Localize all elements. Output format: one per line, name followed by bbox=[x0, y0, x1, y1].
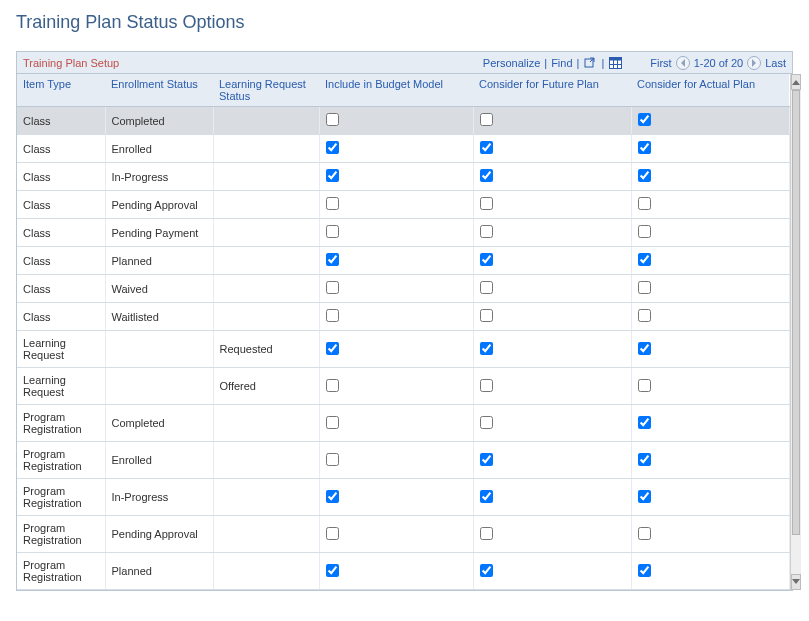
cell-enrollment-status: Waived bbox=[105, 275, 213, 303]
download-grid-icon[interactable] bbox=[608, 56, 622, 70]
checkbox-include-budget[interactable] bbox=[326, 490, 339, 503]
table-row[interactable]: ClassPending Payment bbox=[17, 219, 789, 247]
cell-item-type: Class bbox=[17, 107, 105, 135]
vertical-scrollbar[interactable] bbox=[790, 74, 801, 590]
checkbox-include-budget[interactable] bbox=[326, 379, 339, 392]
scroll-up-button[interactable] bbox=[791, 74, 801, 90]
checkbox-include-budget[interactable] bbox=[326, 113, 339, 126]
personalize-link[interactable]: Personalize bbox=[483, 57, 540, 69]
checkbox-consider-actual[interactable] bbox=[638, 453, 651, 466]
pager-last-label[interactable]: Last bbox=[765, 57, 786, 69]
checkbox-consider-actual[interactable] bbox=[638, 490, 651, 503]
checkbox-consider-future-cell bbox=[473, 275, 631, 303]
checkbox-consider-future[interactable] bbox=[480, 197, 493, 210]
cell-item-type: Class bbox=[17, 191, 105, 219]
col-header-item-type[interactable]: Item Type bbox=[17, 74, 105, 107]
cell-enrollment-status bbox=[105, 368, 213, 405]
col-header-include-budget[interactable]: Include in Budget Model bbox=[319, 74, 473, 107]
checkbox-include-budget[interactable] bbox=[326, 169, 339, 182]
checkbox-consider-actual[interactable] bbox=[638, 309, 651, 322]
scroll-down-button[interactable] bbox=[791, 574, 801, 590]
cell-item-type: Class bbox=[17, 163, 105, 191]
checkbox-consider-actual[interactable] bbox=[638, 141, 651, 154]
col-header-consider-actual[interactable]: Consider for Actual Plan bbox=[631, 74, 789, 107]
cell-item-type: Program Registration bbox=[17, 479, 105, 516]
checkbox-consider-future[interactable] bbox=[480, 281, 493, 294]
checkbox-consider-future[interactable] bbox=[480, 253, 493, 266]
checkbox-consider-actual[interactable] bbox=[638, 281, 651, 294]
checkbox-include-budget[interactable] bbox=[326, 197, 339, 210]
checkbox-include-budget-cell bbox=[319, 405, 473, 442]
col-header-consider-future[interactable]: Consider for Future Plan bbox=[473, 74, 631, 107]
cell-enrollment-status: Enrolled bbox=[105, 442, 213, 479]
checkbox-consider-actual[interactable] bbox=[638, 342, 651, 355]
checkbox-consider-future[interactable] bbox=[480, 490, 493, 503]
checkbox-consider-actual-cell bbox=[631, 442, 789, 479]
checkbox-consider-future[interactable] bbox=[480, 379, 493, 392]
checkbox-consider-future[interactable] bbox=[480, 527, 493, 540]
checkbox-consider-future[interactable] bbox=[480, 453, 493, 466]
table-row[interactable]: Program RegistrationEnrolled bbox=[17, 442, 789, 479]
checkbox-include-budget[interactable] bbox=[326, 527, 339, 540]
cell-item-type: Class bbox=[17, 247, 105, 275]
col-header-enrollment-status[interactable]: Enrollment Status bbox=[105, 74, 213, 107]
cell-item-type: Program Registration bbox=[17, 405, 105, 442]
table-row[interactable]: ClassCompleted bbox=[17, 107, 789, 135]
table-row[interactable]: ClassWaitlisted bbox=[17, 303, 789, 331]
scroll-track[interactable] bbox=[791, 90, 801, 574]
checkbox-include-budget[interactable] bbox=[326, 253, 339, 266]
checkbox-consider-actual[interactable] bbox=[638, 197, 651, 210]
pager-first-label[interactable]: First bbox=[650, 57, 671, 69]
checkbox-consider-actual[interactable] bbox=[638, 169, 651, 182]
checkbox-include-budget[interactable] bbox=[326, 416, 339, 429]
checkbox-include-budget[interactable] bbox=[326, 564, 339, 577]
table-row[interactable]: Learning RequestRequested bbox=[17, 331, 789, 368]
checkbox-consider-actual-cell bbox=[631, 219, 789, 247]
checkbox-consider-future[interactable] bbox=[480, 342, 493, 355]
separator: | bbox=[601, 57, 604, 69]
scroll-thumb[interactable] bbox=[792, 90, 800, 535]
table-row[interactable]: ClassIn-Progress bbox=[17, 163, 789, 191]
table-row[interactable]: Program RegistrationPending Approval bbox=[17, 516, 789, 553]
checkbox-consider-future[interactable] bbox=[480, 141, 493, 154]
pager-next-button[interactable] bbox=[747, 56, 761, 70]
table-row[interactable]: Program RegistrationCompleted bbox=[17, 405, 789, 442]
checkbox-consider-future[interactable] bbox=[480, 416, 493, 429]
checkbox-consider-actual-cell bbox=[631, 247, 789, 275]
table-row[interactable]: Learning RequestOffered bbox=[17, 368, 789, 405]
table-row[interactable]: ClassPlanned bbox=[17, 247, 789, 275]
pager-prev-button[interactable] bbox=[676, 56, 690, 70]
checkbox-consider-future[interactable] bbox=[480, 169, 493, 182]
checkbox-include-budget[interactable] bbox=[326, 141, 339, 154]
checkbox-consider-actual[interactable] bbox=[638, 527, 651, 540]
checkbox-consider-future[interactable] bbox=[480, 309, 493, 322]
checkbox-consider-future[interactable] bbox=[480, 225, 493, 238]
checkbox-consider-actual[interactable] bbox=[638, 564, 651, 577]
table-row[interactable]: Program RegistrationPlanned bbox=[17, 553, 789, 590]
checkbox-include-budget[interactable] bbox=[326, 309, 339, 322]
table-row[interactable]: ClassEnrolled bbox=[17, 135, 789, 163]
find-link[interactable]: Find bbox=[551, 57, 572, 69]
checkbox-consider-future[interactable] bbox=[480, 564, 493, 577]
checkbox-include-budget-cell bbox=[319, 303, 473, 331]
checkbox-include-budget[interactable] bbox=[326, 281, 339, 294]
cell-enrollment-status: Pending Approval bbox=[105, 516, 213, 553]
cell-item-type: Program Registration bbox=[17, 553, 105, 590]
table-row[interactable]: ClassWaived bbox=[17, 275, 789, 303]
checkbox-consider-actual[interactable] bbox=[638, 379, 651, 392]
checkbox-consider-actual[interactable] bbox=[638, 225, 651, 238]
checkbox-include-budget[interactable] bbox=[326, 225, 339, 238]
pager-range: 1-20 of 20 bbox=[694, 57, 744, 69]
table-row[interactable]: Program RegistrationIn-Progress bbox=[17, 479, 789, 516]
checkbox-consider-future-cell bbox=[473, 247, 631, 275]
col-header-learning-request-status[interactable]: Learning Request Status bbox=[213, 74, 319, 107]
cell-learning-request-status bbox=[213, 405, 319, 442]
checkbox-include-budget[interactable] bbox=[326, 453, 339, 466]
checkbox-consider-actual[interactable] bbox=[638, 416, 651, 429]
checkbox-consider-actual[interactable] bbox=[638, 253, 651, 266]
checkbox-consider-future[interactable] bbox=[480, 113, 493, 126]
checkbox-include-budget[interactable] bbox=[326, 342, 339, 355]
zoom-icon[interactable] bbox=[583, 56, 597, 70]
table-row[interactable]: ClassPending Approval bbox=[17, 191, 789, 219]
checkbox-consider-actual[interactable] bbox=[638, 113, 651, 126]
